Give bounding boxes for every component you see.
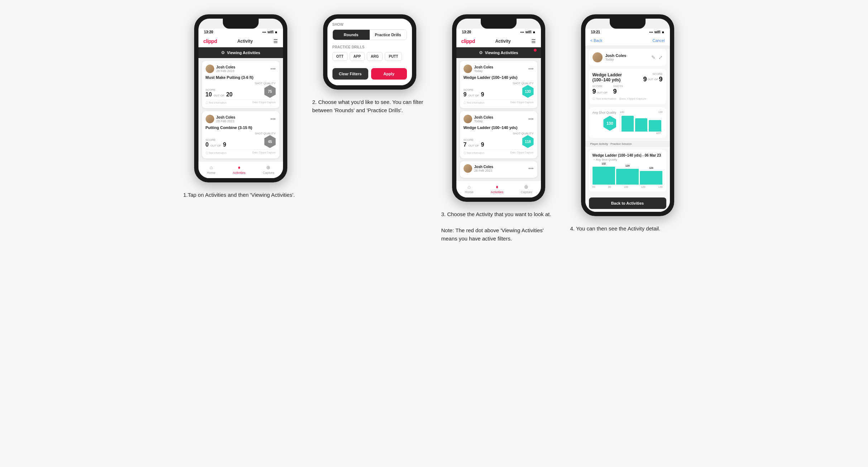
activity-title-3b: Wedge Ladder (100–140 yds) — [464, 125, 534, 130]
detail-score: 9 — [593, 88, 596, 95]
user-name-1: Josh Coles — [216, 65, 235, 69]
status-time-4: 13:21 — [591, 30, 600, 34]
activity-card-1[interactable]: Josh Coles 28 Feb 2023 ••• Must Make Put… — [202, 61, 279, 108]
status-bar: 13:20 ▪▪▪ wifi ■ — [198, 29, 283, 35]
status-bar-4: 13:21 ▪▪▪ wifi ■ — [585, 29, 670, 35]
stats-row-3b: Score 7 OUT OF 9 Shot Quality 118 — [464, 132, 534, 148]
chip-putt[interactable]: PUTT — [385, 52, 402, 61]
shot-quality-hex-3b: 118 — [522, 135, 534, 148]
battery-icon: ■ — [275, 30, 277, 34]
phone-1: 13:20 ▪▪▪ wifi ■ clippd Activity ☰ ⚙ Vie… — [194, 14, 287, 182]
viewing-activities-banner-3[interactable]: ⚙ Viewing Activities — [456, 47, 541, 58]
app-title-3: Activity — [495, 39, 510, 44]
activity-card-3c[interactable]: Josh Coles 28 Feb 2023 ••• — [460, 161, 537, 178]
avg-shot-quality-card: Avg Shot Quality 130 140 130 — [589, 107, 666, 138]
capture-icon: ⊕ — [266, 165, 270, 170]
phone-2-screen: 13:21 ▪▪▪ wifi ■ clippd Activity ☰ ⚙ Vie… — [327, 19, 412, 85]
phone-notch — [223, 19, 259, 29]
chart-x-axis: APP — [620, 132, 662, 134]
filter-icon-3: ⚙ — [479, 50, 483, 55]
dots-menu-3b[interactable]: ••• — [528, 116, 534, 122]
clippd-logo-3: clippd — [461, 38, 475, 44]
viewing-activities-banner-1[interactable]: ⚙ Viewing Activities — [198, 47, 283, 58]
app-header-1: clippd Activity ☰ — [198, 35, 283, 47]
filter-tabs: Rounds Practice Drills — [332, 29, 407, 40]
cancel-button[interactable]: Cancel — [652, 38, 665, 43]
drill-bar-2: 129 — [616, 169, 639, 185]
back-to-activities-button[interactable]: Back to Activities — [589, 197, 666, 209]
hamburger-icon-3[interactable]: ☰ — [531, 38, 536, 44]
back-button[interactable]: < Back — [590, 38, 603, 43]
chip-app[interactable]: APP — [350, 52, 365, 61]
bar-3 — [649, 120, 661, 132]
drill-bar-3: 124 — [640, 171, 662, 185]
stats-row-2: Score 0 OUT OF 9 Shot Quality 45 — [206, 132, 276, 148]
phone-3: 13:20 ▪▪▪ wifi ■ clippd Activity ☰ ⚙ Vie… — [452, 14, 545, 202]
phone-notch-3 — [481, 19, 517, 29]
dots-menu-1[interactable]: ••• — [270, 66, 276, 72]
wifi-icon-4: wifi — [654, 30, 661, 34]
stats-row-3a: Score 9 OUT OF 9 Shot Quality 130 — [464, 82, 534, 98]
nav-activities-label: Activities — [233, 171, 246, 175]
hamburger-icon[interactable]: ☰ — [273, 38, 278, 44]
nav-activities-label-3: Activities — [491, 190, 504, 194]
chip-arg[interactable]: ARG — [367, 52, 383, 61]
status-bar-3: 13:20 ▪▪▪ wifi ■ — [456, 29, 541, 35]
nav-activities-3[interactable]: ♦ Activities — [491, 184, 504, 194]
activities-icon-3: ♦ — [496, 184, 498, 190]
card-footer-1: ⓘ Test Information Data: Clippd Capture — [206, 99, 276, 105]
nav-home-3[interactable]: ⌂ Home — [465, 184, 474, 194]
activity-card-2[interactable]: Josh Coles 28 Feb 2023 ••• Putting Combi… — [202, 111, 279, 158]
user-date-3a: Today — [474, 69, 493, 73]
drill-chips: OTT APP ARG PUTT — [332, 52, 407, 61]
app-title: Activity — [237, 39, 253, 44]
detail-stat-card: Wedge Ladder(100–140 yds) Score 9 OUT OF — [589, 69, 666, 104]
page-container: 13:20 ▪▪▪ wifi ■ clippd Activity ☰ ⚙ Vie… — [183, 14, 685, 243]
edit-icon[interactable]: ✎ — [651, 54, 656, 60]
detail-user-info: Josh Coles Today — [593, 52, 627, 62]
step-1-column: 13:20 ▪▪▪ wifi ■ clippd Activity ☰ ⚙ Vie… — [183, 14, 298, 243]
filter-icon: ⚙ — [221, 50, 225, 55]
dots-menu-2[interactable]: ••• — [270, 116, 276, 122]
clear-filters-button[interactable]: Clear Filters — [332, 68, 368, 80]
activity-title-1: Must Make Putting (3-6 ft) — [206, 75, 276, 80]
shot-quality-hex-3a: 130 — [522, 85, 534, 98]
rounds-tab[interactable]: Rounds — [333, 30, 370, 40]
dots-menu-3a[interactable]: ••• — [528, 66, 534, 72]
nav-home-label-3: Home — [465, 190, 474, 194]
detail-avatar — [593, 52, 603, 62]
phone-4: 13:21 ▪▪▪ wifi ■ < Back Cancel — [581, 14, 674, 216]
detail-user-date: Today — [605, 58, 627, 61]
nav-capture-3[interactable]: ⊕ Capture — [521, 184, 532, 194]
user-info-3a: Josh Coles Today — [464, 65, 493, 73]
nav-activities-1[interactable]: ♦ Activities — [233, 165, 246, 175]
apply-button[interactable]: Apply — [371, 68, 407, 80]
activity-card-3a[interactable]: Josh Coles Today ••• Wedge Ladder (100–1… — [460, 61, 537, 108]
modal-actions: Clear Filters Apply — [332, 68, 407, 80]
avatar-3a — [464, 65, 472, 73]
activity-title-2: Putting Combine (3-15 ft) — [206, 125, 276, 130]
step-4-description: 4. You can then see the Activity detail. — [570, 225, 685, 233]
expand-icon[interactable]: ⤢ — [658, 54, 663, 60]
detail-activity-title: Wedge Ladder(100–140 yds) — [593, 72, 623, 82]
detail-header: < Back Cancel — [585, 35, 670, 46]
activity-card-3b[interactable]: Josh Coles Today ••• Wedge Ladder (100–1… — [460, 111, 537, 158]
avatar-3c — [464, 164, 472, 173]
practice-drills-tab[interactable]: Practice Drills — [370, 30, 407, 40]
capture-icon-3: ⊕ — [524, 184, 528, 190]
phone-notch-4 — [610, 19, 646, 29]
banner-text-3: Viewing Activities — [485, 51, 518, 55]
nav-home-1[interactable]: ⌂ Home — [207, 165, 216, 175]
phone-4-screen: 13:21 ▪▪▪ wifi ■ < Back Cancel — [585, 19, 670, 212]
signal-icon-3: ▪▪▪ — [520, 30, 524, 34]
avatar-2 — [206, 115, 214, 123]
user-date-2: 28 Feb 2023 — [216, 119, 235, 123]
dots-menu-3c[interactable]: ••• — [528, 166, 534, 171]
avatar-3b — [464, 115, 472, 123]
shot-quality-hex-2: 45 — [264, 135, 276, 148]
card-header-2: Josh Coles 28 Feb 2023 ••• — [206, 115, 276, 123]
chip-ott[interactable]: OTT — [332, 52, 347, 61]
nav-capture-1[interactable]: ⊕ Capture — [263, 165, 274, 175]
score-block-1: Score 10 OUT OF 20 — [206, 88, 233, 98]
card-footer-3a: ⓘ Test Information Data: Clippd Capture — [464, 99, 534, 105]
